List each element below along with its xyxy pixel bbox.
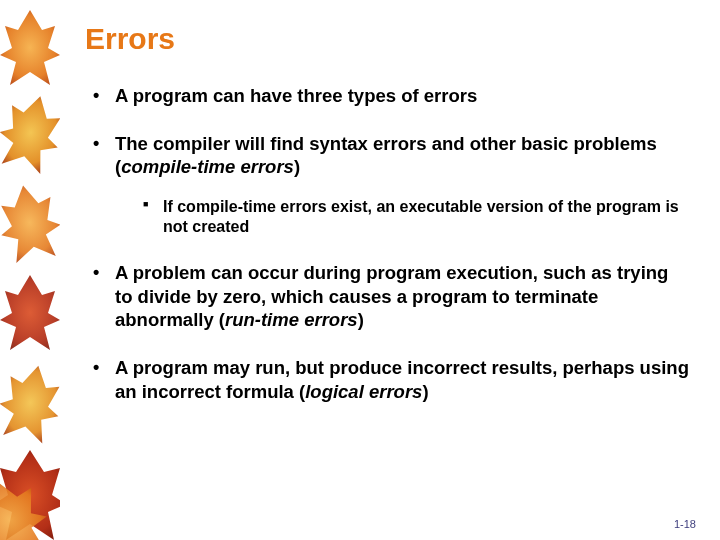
- sidebar-leaf-decoration: [0, 0, 60, 540]
- bullet-text-tail: ): [358, 309, 364, 330]
- bullet-item: A program can have three types of errors: [93, 84, 690, 108]
- bullet-text-tail: ): [422, 381, 428, 402]
- bullet-item: A problem can occur during program execu…: [93, 261, 690, 332]
- bullet-item: The compiler will find syntax errors and…: [93, 132, 690, 237]
- leaves-svg: [0, 0, 60, 540]
- bullet-item: A program may run, but produce incorrect…: [93, 356, 690, 403]
- slide-content: Errors A program can have three types of…: [85, 22, 690, 520]
- sub-bullet-item: If compile-time errors exist, an executa…: [143, 197, 690, 237]
- bullet-emph: logical errors: [305, 381, 422, 402]
- sub-bullet-list: If compile-time errors exist, an executa…: [115, 197, 690, 237]
- bullet-text: A program can have three types of errors: [115, 85, 477, 106]
- page-number: 1-18: [674, 518, 696, 530]
- bullet-text-tail: ): [294, 156, 300, 177]
- bullet-emph: compile-time errors: [121, 156, 294, 177]
- sub-bullet-text: If compile-time errors exist, an executa…: [163, 198, 679, 235]
- bullet-text: A problem can occur during program execu…: [115, 262, 668, 330]
- bullet-emph: run-time errors: [225, 309, 358, 330]
- slide-title: Errors: [85, 22, 690, 56]
- bullet-list: A program can have three types of errors…: [85, 84, 690, 403]
